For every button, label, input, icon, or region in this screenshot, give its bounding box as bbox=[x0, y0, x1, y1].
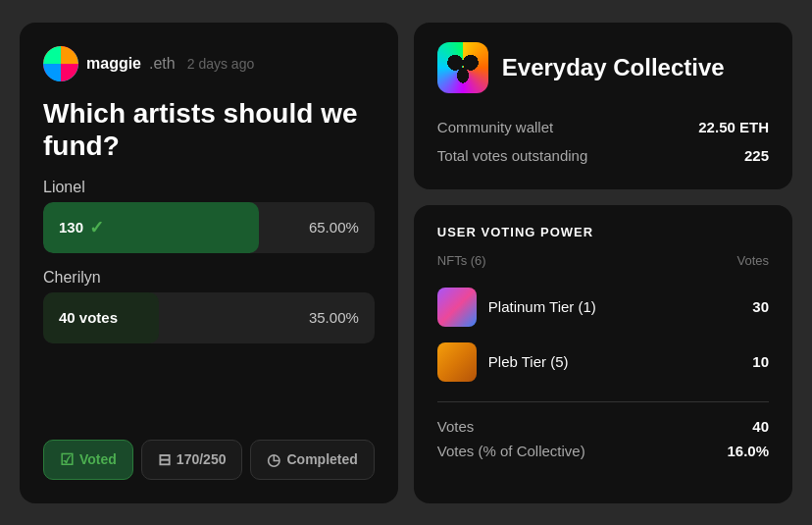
voting-power-card: USER VOTING POWER NFTs (6) Votes Platinu… bbox=[414, 205, 792, 503]
nft-1-name: Platinum Tier (1) bbox=[488, 298, 741, 315]
author-eth: .eth bbox=[149, 55, 176, 73]
voting-power-title: USER VOTING POWER bbox=[437, 225, 769, 239]
completed-badge[interactable]: ◷ Completed bbox=[250, 440, 374, 480]
summary-value-1: 40 bbox=[752, 418, 769, 435]
summary-row-1: Votes 40 bbox=[437, 414, 769, 439]
collective-name: Everyday Collective bbox=[502, 54, 725, 81]
candidate-1-bar[interactable]: 130 ✓ 65.00% bbox=[43, 202, 375, 253]
candidate-1-label: Lionel bbox=[43, 179, 375, 196]
collective-header: Everyday Collective bbox=[437, 42, 769, 93]
author-name: maggie bbox=[86, 55, 141, 73]
stat-row-2: Total votes outstanding 225 bbox=[437, 141, 769, 170]
candidate-2-votes: 40 votes bbox=[59, 309, 118, 326]
nft-header-row: NFTs (6) Votes bbox=[437, 253, 769, 268]
collective-card: Everyday Collective Community wallet 22.… bbox=[414, 23, 792, 189]
candidate-1-votes: 130 ✓ bbox=[59, 217, 104, 238]
summary-row-2: Votes (% of Collective) 16.0% bbox=[437, 439, 769, 463]
summary-label-2: Votes (% of Collective) bbox=[437, 443, 585, 459]
nft-2-votes: 10 bbox=[752, 353, 769, 370]
voted-icon: ☑ bbox=[60, 450, 74, 469]
voted-badge[interactable]: ☑ Voted bbox=[43, 440, 133, 480]
stat-row-1: Community wallet 22.50 ETH bbox=[437, 113, 769, 141]
author-time: 2 days ago bbox=[187, 56, 255, 72]
summary-value-2: 16.0% bbox=[727, 443, 769, 459]
nft-2-name: Pleb Tier (5) bbox=[488, 353, 741, 370]
count-label: 170/250 bbox=[177, 451, 227, 467]
poll-question: Which artists should we fund? bbox=[43, 97, 375, 163]
collective-logo bbox=[437, 42, 488, 93]
candidate-2-label: Cherilyn bbox=[43, 269, 375, 287]
candidate-2: Cherilyn 40 votes 35.00% bbox=[43, 269, 375, 343]
nft-thumb-pleb bbox=[437, 342, 477, 382]
summary-label-1: Votes bbox=[437, 418, 475, 435]
nft-item-1: Platinum Tier (1) 30 bbox=[437, 280, 769, 335]
completed-icon: ◷ bbox=[267, 450, 280, 469]
candidate-2-bar[interactable]: 40 votes 35.00% bbox=[43, 292, 375, 343]
app-container: maggie .eth 2 days ago Which artists sho… bbox=[0, 0, 812, 525]
voted-check-icon: ✓ bbox=[89, 217, 104, 238]
count-icon: ⊟ bbox=[158, 450, 171, 469]
completed-label: Completed bbox=[286, 451, 357, 467]
votes-header-label: Votes bbox=[736, 253, 769, 268]
stat-value-2: 225 bbox=[744, 147, 769, 164]
stat-label-2: Total votes outstanding bbox=[437, 147, 587, 164]
divider bbox=[437, 401, 769, 402]
nft-thumb-platinum bbox=[437, 288, 477, 327]
candidate-2-pct: 35.00% bbox=[309, 309, 359, 326]
badge-row: ☑ Voted ⊟ 170/250 ◷ Completed bbox=[43, 440, 375, 480]
candidate-1-pct: 65.00% bbox=[309, 219, 359, 236]
count-badge[interactable]: ⊟ 170/250 bbox=[141, 440, 243, 480]
stat-value-1: 22.50 ETH bbox=[698, 119, 769, 135]
voted-label: Voted bbox=[79, 451, 117, 467]
nft-item-2: Pleb Tier (5) 10 bbox=[437, 335, 769, 390]
stat-label-1: Community wallet bbox=[437, 119, 553, 135]
right-column: Everyday Collective Community wallet 22.… bbox=[414, 23, 792, 503]
candidate-1: Lionel 130 ✓ 65.00% bbox=[43, 179, 375, 253]
poll-card: maggie .eth 2 days ago Which artists sho… bbox=[20, 23, 398, 503]
avatar bbox=[43, 46, 78, 81]
author-row: maggie .eth 2 days ago bbox=[43, 46, 375, 81]
nft-1-votes: 30 bbox=[752, 298, 769, 315]
nft-header-label: NFTs (6) bbox=[437, 253, 486, 268]
